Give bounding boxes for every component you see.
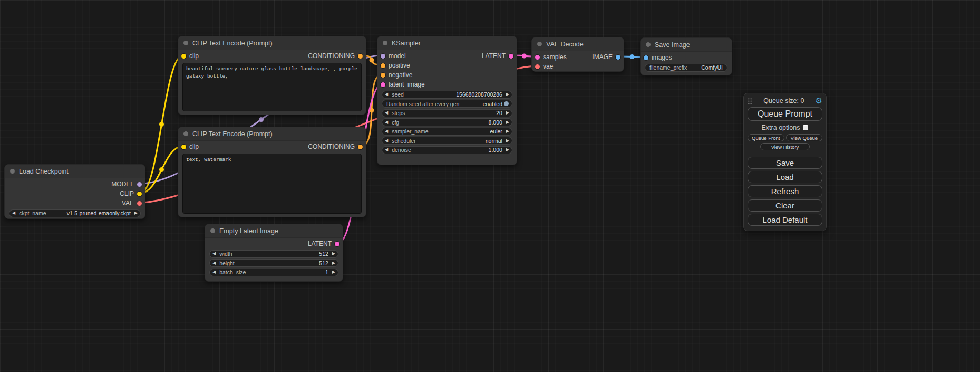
slot-row-latent: LATENT [205, 239, 343, 249]
widget-sampler-name[interactable]: ◀ sampler_name euler ▶ [382, 128, 512, 136]
model-output-dot[interactable] [137, 182, 142, 187]
toggle-enabled-dot[interactable] [504, 101, 509, 106]
link-midpoint-clip-to-negative[interactable] [159, 167, 164, 172]
widget-batch-size[interactable]: ◀ batch_size 1 ▶ [209, 269, 338, 276]
increment-arrow-icon[interactable]: ▶ [506, 120, 509, 125]
node-save-image-titlebar[interactable]: Save Image [641, 38, 732, 52]
widget-filename-prefix[interactable]: filename_prefix ComfyUI [645, 64, 727, 72]
widget-height[interactable]: ◀ height 512 ▶ [209, 259, 338, 267]
widget-denoise[interactable]: ◀ denoise 1.000 ▶ [382, 146, 512, 154]
widget-seed[interactable]: ◀ seed 156680208700286 ▶ [382, 91, 512, 99]
decrement-arrow-icon[interactable]: ◀ [385, 129, 388, 133]
queue-front-button[interactable]: Queue Front [748, 134, 784, 141]
link-midpoint-model[interactable] [259, 117, 264, 122]
vae-input-dot[interactable] [535, 64, 540, 69]
negative-input-dot[interactable] [381, 73, 385, 78]
load-button[interactable]: Load [748, 171, 822, 183]
decrement-arrow-icon[interactable]: ◀ [385, 92, 388, 97]
increment-arrow-icon[interactable]: ▶ [332, 261, 335, 265]
clip-output-dot[interactable] [137, 192, 142, 196]
link-midpoint-clip-to-positive[interactable] [159, 122, 164, 127]
decrement-arrow-icon[interactable]: ◀ [212, 261, 216, 265]
refresh-button[interactable]: Refresh [748, 185, 822, 197]
conditioning-output-dot[interactable] [358, 54, 363, 59]
decrement-arrow-icon[interactable]: ◀ [212, 270, 216, 274]
queue-prompt-button[interactable]: Queue Prompt [748, 107, 822, 121]
widget-scheduler[interactable]: ◀ scheduler normal ▶ [382, 137, 512, 145]
vae-output-dot[interactable] [137, 201, 142, 206]
increment-arrow-icon[interactable]: ▶ [506, 111, 509, 115]
link-midpoint-conditioning-positive[interactable] [370, 58, 374, 63]
collapse-dot[interactable] [183, 131, 188, 136]
latent-output-dot[interactable] [509, 54, 513, 59]
clip-output-label: CLIP [120, 190, 134, 197]
extra-options-checkbox[interactable] [803, 125, 808, 130]
collapse-dot[interactable] [646, 42, 651, 47]
node-clip-negative-titlebar[interactable]: CLIP Text Encode (Prompt) [178, 127, 366, 141]
latent-output-dot[interactable] [335, 242, 339, 246]
increment-arrow-icon[interactable]: ▶ [506, 139, 509, 143]
clip-input-dot[interactable] [181, 54, 186, 59]
decrement-arrow-icon[interactable]: ◀ [12, 211, 15, 215]
conditioning-output-dot[interactable] [358, 145, 363, 149]
clear-button[interactable]: Clear [748, 199, 822, 212]
widget-random-seed-toggle[interactable]: Random seed after every gen enabled [382, 100, 512, 108]
collapse-dot[interactable] [537, 42, 542, 46]
collapse-dot[interactable] [210, 228, 215, 233]
decrement-arrow-icon[interactable]: ◀ [385, 148, 388, 152]
widget-ckpt-name[interactable]: ◀ ckpt_name v1-5-pruned-emaonly.ckpt ▶ [9, 209, 141, 217]
increment-arrow-icon[interactable]: ▶ [332, 270, 335, 274]
model-input-dot[interactable] [381, 54, 385, 59]
queue-panel: Queue size: 0 ⚙ Queue Prompt Extra optio… [743, 93, 827, 231]
positive-prompt-textarea[interactable]: beautiful scenery nature glass bottle la… [182, 63, 362, 111]
increment-arrow-icon[interactable]: ▶ [332, 252, 335, 256]
increment-arrow-icon[interactable]: ▶ [506, 148, 509, 152]
node-clip-text-encode-negative[interactable]: CLIP Text Encode (Prompt) clip CONDITION… [178, 127, 366, 217]
node-empty-latent-titlebar[interactable]: Empty Latent Image [205, 224, 343, 238]
drag-handle-icon[interactable] [748, 98, 752, 104]
link-midpoint-conditioning-negative[interactable] [370, 108, 374, 113]
view-queue-button[interactable]: View Queue [786, 134, 823, 141]
node-title: KSampler [392, 40, 421, 47]
clip-input-dot[interactable] [181, 145, 186, 149]
increment-arrow-icon[interactable]: ▶ [506, 92, 509, 97]
link-midpoint-samples[interactable] [522, 54, 527, 59]
node-vae-decode[interactable]: VAE Decode samples IMAGE vae [531, 37, 624, 72]
node-save-image[interactable]: Save Image images filename_prefix ComfyU… [640, 37, 732, 75]
view-history-button[interactable]: View History [760, 143, 810, 150]
samples-input-dot[interactable] [535, 55, 540, 60]
collapse-dot[interactable] [383, 41, 387, 45]
positive-input-dot[interactable] [381, 63, 385, 68]
node-clip-positive-titlebar[interactable]: CLIP Text Encode (Prompt) [178, 36, 366, 50]
collapse-dot[interactable] [183, 41, 188, 45]
decrement-arrow-icon[interactable]: ◀ [385, 111, 388, 115]
widget-value: normal [486, 138, 502, 144]
node-clip-text-encode-positive[interactable]: CLIP Text Encode (Prompt) clip CONDITION… [178, 36, 366, 115]
negative-prompt-textarea[interactable]: text, watermark [182, 154, 362, 214]
node-load-checkpoint[interactable]: Load Checkpoint MODEL CLIP VAE [4, 164, 145, 219]
settings-gear-icon[interactable]: ⚙ [816, 97, 822, 105]
slot-row-model: MODEL [5, 179, 145, 189]
load-default-button[interactable]: Load Default [748, 214, 822, 226]
node-ksampler[interactable]: KSampler model LATENT positive [377, 36, 517, 165]
save-button[interactable]: Save [748, 157, 822, 169]
node-title: CLIP Text Encode (Prompt) [192, 40, 273, 47]
decrement-arrow-icon[interactable]: ◀ [385, 139, 388, 143]
widget-cfg[interactable]: ◀ cfg 8.000 ▶ [382, 118, 512, 126]
node-empty-latent-image[interactable]: Empty Latent Image LATENT ◀ width 512 ▶ … [205, 224, 343, 282]
graph-canvas[interactable]: Load Checkpoint MODEL CLIP VAE [0, 0, 980, 372]
increment-arrow-icon[interactable]: ▶ [506, 129, 509, 133]
decrement-arrow-icon[interactable]: ◀ [385, 120, 388, 125]
widget-width[interactable]: ◀ width 512 ▶ [209, 250, 338, 258]
latent-image-input-dot[interactable] [381, 82, 385, 87]
decrement-arrow-icon[interactable]: ◀ [212, 252, 216, 256]
image-output-dot[interactable] [616, 55, 620, 60]
link-midpoint-image[interactable] [630, 54, 635, 59]
widget-steps[interactable]: ◀ steps 20 ▶ [382, 109, 512, 117]
images-input-dot[interactable] [644, 55, 648, 60]
node-vae-decode-titlebar[interactable]: VAE Decode [532, 37, 624, 51]
node-load-checkpoint-titlebar[interactable]: Load Checkpoint [5, 165, 145, 178]
collapse-dot[interactable] [10, 169, 15, 174]
increment-arrow-icon[interactable]: ▶ [134, 211, 138, 215]
node-ksampler-titlebar[interactable]: KSampler [377, 36, 517, 50]
